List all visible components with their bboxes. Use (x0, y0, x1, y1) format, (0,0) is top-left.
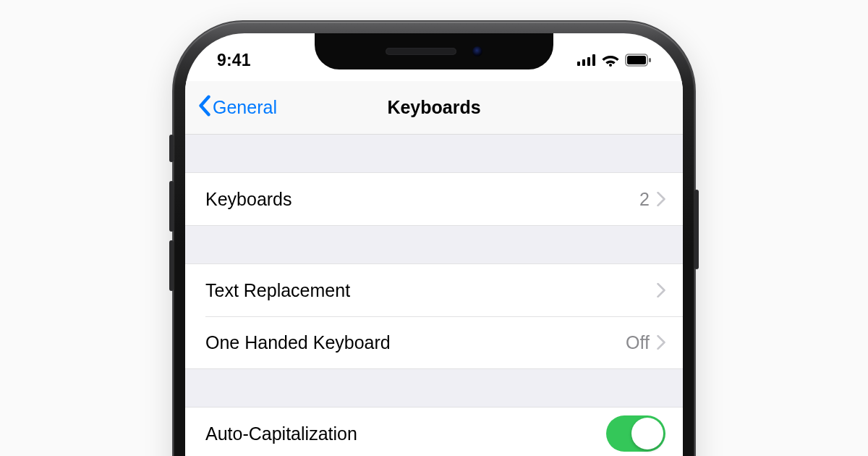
section-gap (185, 369, 683, 407)
chevron-right-icon (657, 192, 665, 206)
volume-down-button (169, 240, 174, 291)
cellular-signal-icon (577, 54, 596, 66)
back-button[interactable]: General (198, 95, 277, 121)
auto-capitalization-row[interactable]: Auto-Capitalization (185, 408, 683, 456)
keyboards-row-value: 2 (639, 189, 650, 210)
mute-switch (169, 135, 174, 162)
auto-capitalization-toggle[interactable] (606, 415, 665, 452)
one-handed-keyboard-row[interactable]: One Handed Keyboard Off (185, 316, 683, 368)
status-indicators (577, 48, 651, 67)
toggle-knob (631, 418, 663, 449)
chevron-left-icon (198, 95, 211, 121)
battery-icon (625, 54, 651, 67)
wifi-icon (602, 54, 619, 67)
phone-frame: 9:41 (172, 20, 696, 456)
front-camera (472, 46, 482, 56)
section-gap (185, 226, 683, 263)
keyboards-row-label: Keyboards (205, 189, 639, 210)
svg-rect-3 (592, 54, 595, 66)
settings-content: Keyboards 2 Text Replacement (185, 135, 683, 456)
navigation-bar: General Keyboards (185, 81, 683, 135)
svg-rect-6 (627, 56, 646, 64)
auto-capitalization-row-label: Auto-Capitalization (205, 423, 606, 444)
text-options-group: Text Replacement One Handed Keyboard Off (185, 263, 683, 369)
svg-rect-1 (582, 59, 585, 66)
notch (315, 33, 553, 69)
chevron-right-icon (657, 283, 665, 297)
text-replacement-row-label: Text Replacement (205, 280, 657, 301)
phone-frame-container: 9:41 (172, 20, 696, 456)
auto-cap-group: Auto-Capitalization (185, 407, 683, 456)
keyboards-group: Keyboards 2 (185, 172, 683, 226)
earpiece-speaker (386, 48, 456, 55)
back-button-label: General (213, 97, 277, 118)
volume-up-button (169, 181, 174, 232)
svg-rect-0 (577, 62, 580, 66)
chevron-right-icon (657, 335, 665, 350)
one-handed-keyboard-row-label: One Handed Keyboard (205, 332, 626, 353)
svg-point-4 (609, 64, 612, 67)
text-replacement-row[interactable]: Text Replacement (185, 264, 683, 316)
svg-rect-7 (649, 58, 651, 62)
one-handed-keyboard-row-value: Off (626, 332, 650, 353)
keyboards-row[interactable]: Keyboards 2 (185, 173, 683, 225)
svg-rect-2 (587, 57, 590, 66)
section-gap (185, 135, 683, 172)
status-time: 9:41 (217, 45, 251, 70)
power-button (694, 190, 699, 269)
phone-screen: 9:41 (185, 33, 683, 456)
